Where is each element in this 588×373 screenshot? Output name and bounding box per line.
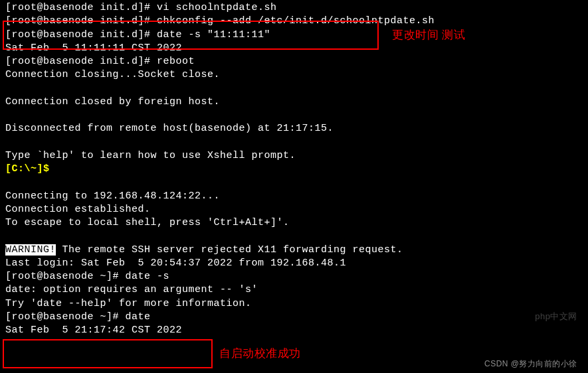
cmd: date -s bbox=[126, 271, 170, 282]
watermark-csdn: CSDN @努力向前的小徐 bbox=[484, 358, 577, 369]
term-line-12: [C:\~]$ bbox=[5, 163, 583, 176]
warning-label: WARNING! bbox=[5, 244, 56, 256]
term-line-23: [root@basenode ~]# date bbox=[5, 311, 583, 324]
cmd: reboot bbox=[157, 56, 195, 67]
annotation-text-2: 自启动校准成功 bbox=[219, 346, 301, 362]
term-line-20: [root@basenode ~]# date -s bbox=[5, 270, 583, 283]
cmd: date bbox=[126, 311, 151, 323]
term-line-1: [root@basenode init.d]# chkconfig --add … bbox=[5, 15, 583, 28]
term-line-2: [root@basenode init.d]# date -s "11:11:1… bbox=[5, 29, 583, 42]
term-line-9: Disconnected from remote host(basenode) … bbox=[5, 122, 583, 135]
term-line-18: WARNING! The remote SSH server rejected … bbox=[5, 244, 583, 257]
term-line-19: Last login: Sat Feb 5 20:54:37 2022 from… bbox=[5, 257, 583, 270]
prompt: [root@basenode ~]# bbox=[5, 311, 126, 323]
term-line-4: [root@basenode init.d]# reboot bbox=[5, 55, 583, 68]
term-line-14: Connecting to 192.168.48.124:22... bbox=[5, 190, 583, 203]
term-line-6 bbox=[5, 82, 583, 96]
prompt: [root@basenode init.d]# bbox=[5, 56, 157, 67]
cmd: vi schoolntpdate.sh bbox=[157, 2, 277, 13]
prompt: [root@basenode init.d]# bbox=[5, 29, 157, 40]
annotation-box-2 bbox=[3, 339, 213, 368]
annotation-text-1: 更改时间 测试 bbox=[392, 28, 465, 43]
local-prompt: [C:\~]$ bbox=[5, 163, 50, 175]
term-line-10 bbox=[5, 136, 583, 149]
term-line-7: Connection closed by foreign host. bbox=[5, 96, 583, 109]
term-line-5: Connection closing...Socket close. bbox=[5, 68, 583, 82]
prompt: [root@basenode init.d]# bbox=[5, 15, 157, 27]
term-line-21: date: option requires an argument -- 's' bbox=[5, 283, 583, 297]
term-line-3: Sat Feb 5 11:11:11 CST 2022 bbox=[5, 42, 583, 55]
term-line-17 bbox=[5, 230, 583, 243]
watermark-php: php中文网 bbox=[535, 311, 577, 323]
term-line-16: To escape to local shell, press 'Ctrl+Al… bbox=[5, 216, 583, 230]
cmd: date -s "11:11:11" bbox=[157, 29, 270, 40]
prompt: [root@basenode init.d]# bbox=[5, 2, 157, 13]
term-line-0: [root@basenode init.d]# vi schoolntpdate… bbox=[5, 1, 583, 15]
term-line-11: Type `help' to learn how to use Xshell p… bbox=[5, 149, 583, 163]
term-line-8 bbox=[5, 109, 583, 122]
cmd: chkconfig --add /etc/init.d/schoolntpdat… bbox=[157, 15, 435, 27]
term-line-22: Try 'date --help' for more information. bbox=[5, 297, 583, 311]
warning-text: The remote SSH server rejected X11 forwa… bbox=[56, 244, 403, 256]
term-line-24: Sat Feb 5 21:17:42 CST 2022 bbox=[5, 324, 583, 337]
term-line-15: Connection established. bbox=[5, 203, 583, 216]
prompt: [root@basenode ~]# bbox=[5, 271, 126, 282]
term-line-13 bbox=[5, 176, 583, 189]
